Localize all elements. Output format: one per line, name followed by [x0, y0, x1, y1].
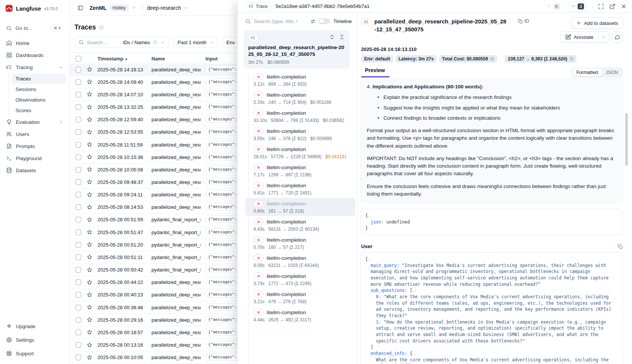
row-checkbox[interactable] — [76, 267, 81, 273]
column-header-name[interactable]: Name — [151, 56, 201, 62]
sidebar-item-evaluation[interactable]: Evaluation — [4, 116, 66, 128]
observation-item[interactable]: litellm-completion33.10s50634 → 799 (Σ 5… — [253, 110, 357, 123]
sidebar-item-users[interactable]: Users — [4, 128, 66, 140]
sidebar-item-playground[interactable]: Playground — [4, 152, 66, 164]
collapse-caret-icon[interactable]: ⌄ — [414, 288, 416, 292]
observation-item[interactable]: litellm-completion9.43s58131 → 2003 (Σ 6… — [253, 218, 357, 232]
row-checkbox[interactable] — [76, 79, 81, 85]
sidebar-item-support[interactable]: Support — [4, 347, 66, 360]
row-checkbox[interactable] — [76, 204, 81, 210]
search-scope-select[interactable]: IDs / Names — [123, 40, 150, 45]
row-checkbox[interactable] — [76, 330, 81, 335]
collapse-all-icon[interactable] — [339, 34, 345, 40]
row-checkbox[interactable] — [76, 279, 81, 285]
observation-item[interactable]: litellm-completion7.17s1299 → 897 (Σ 219… — [253, 164, 357, 177]
collapse-sidebar-icon[interactable] — [77, 5, 83, 11]
row-checkbox[interactable] — [76, 67, 81, 72]
sidebar-item-datasets[interactable]: Datasets — [4, 164, 66, 176]
chevron-up-icon — [547, 4, 552, 9]
row-checkbox[interactable] — [76, 217, 81, 222]
observation-item[interactable]: litellm-completion28.01s57729 → 1229 (Σ … — [253, 146, 357, 159]
sidebar-item-dashboards[interactable]: Dashboards — [4, 49, 66, 61]
row-checkbox[interactable] — [76, 192, 81, 197]
org-name[interactable]: ZenML — [90, 5, 107, 11]
cell-timestamp: 2025-05-28 11:51:59 — [97, 142, 147, 148]
select-all-checkbox[interactable] — [76, 56, 81, 62]
detail-scrollbar[interactable] — [625, 113, 628, 166]
annotate-button[interactable]: Annotate — [561, 32, 598, 42]
row-checkbox[interactable] — [76, 129, 81, 135]
row-checkbox[interactable] — [76, 317, 81, 323]
observation-item[interactable]: litellm-completion3.55s246 → 376 (Σ 622)… — [253, 128, 357, 141]
row-checkbox[interactable] — [76, 117, 81, 122]
row-checkbox[interactable] — [76, 230, 81, 235]
trace-detail-content: parallelized_deep_research_pipeline-2025… — [357, 13, 632, 364]
observation-item[interactable]: litellm-completion4.44s2625 → 492 (Σ 311… — [253, 309, 357, 322]
sidebar-item-observations[interactable]: Observations — [12, 95, 66, 105]
row-checkbox[interactable] — [76, 242, 81, 248]
row-checkbox[interactable] — [76, 167, 81, 173]
expand-all-icon[interactable] — [329, 34, 335, 40]
row-checkbox[interactable] — [76, 342, 81, 348]
row-checkbox[interactable] — [76, 179, 81, 185]
observation-tokens: 50634 → 799 (Σ 51433) — [271, 118, 319, 123]
generation-icon-badge — [253, 291, 264, 298]
row-checkbox[interactable] — [76, 104, 81, 110]
generation-icon — [257, 93, 261, 97]
sidebar-item-upgrade[interactable]: Upgrade — [4, 319, 66, 333]
trace-root-node[interactable]: parallelized_deep_research_pipeline-2025… — [244, 30, 349, 69]
sidebar-item-tracing[interactable]: Tracing — [4, 61, 66, 73]
close-panel-icon[interactable] — [621, 3, 627, 9]
format-json-option[interactable]: JSON — [602, 69, 622, 76]
format-formatted-option[interactable]: Formatted — [573, 69, 602, 76]
time-range-filter[interactable]: Past 1 month — [173, 37, 218, 48]
project-name[interactable]: deep-research — [147, 5, 181, 11]
goto-search[interactable]: Go to... ⌘ K — [4, 22, 66, 34]
row-checkbox[interactable] — [76, 292, 81, 298]
next-trace-button[interactable]: J — [568, 2, 587, 11]
org-chevron-down-icon[interactable] — [132, 6, 136, 10]
sidebar-item-scores[interactable]: Scores — [12, 105, 66, 116]
observation-item[interactable]: litellm-completion0.80s161 → 57 (Σ 218) — [253, 200, 357, 214]
project-chevron-down-icon[interactable] — [184, 6, 189, 10]
generation-icon-badge — [253, 164, 264, 171]
open-in-new-icon[interactable] — [609, 3, 615, 9]
collapse-caret-icon[interactable]: ⌄ — [369, 257, 371, 261]
sidebar-item-settings[interactable]: Settings — [4, 333, 66, 347]
comments-button[interactable] — [612, 31, 623, 43]
copy-icon[interactable] — [618, 244, 623, 249]
row-checkbox[interactable] — [76, 305, 81, 310]
annotate-dropdown[interactable] — [598, 32, 609, 42]
observation-item[interactable]: litellm-completion5.41s1771 → 720 (Σ 249… — [253, 182, 357, 196]
row-checkbox[interactable] — [76, 254, 81, 260]
expand-panel-icon[interactable] — [598, 3, 604, 9]
row-checkbox[interactable] — [76, 142, 81, 148]
observation-item[interactable]: litellm-completion0.70s160 → 57 (Σ 217) — [253, 236, 357, 250]
observation-item[interactable]: litellm-completion3.73s1772 → 473 (Σ 224… — [253, 273, 357, 286]
row-checkbox[interactable] — [76, 154, 81, 160]
observation-item[interactable]: litellm-completion8.09s63211 → 1033 (Σ 6… — [253, 254, 357, 268]
filter-settings-icon[interactable] — [310, 19, 316, 24]
row-checkbox[interactable] — [76, 355, 81, 360]
observation-item[interactable]: litellm-completion5.33s240 → 714 (Σ 954)… — [253, 91, 357, 105]
metric-badge-text: Latency: 3m 27s — [399, 56, 434, 62]
copy-id-button[interactable]: ID — [518, 19, 529, 24]
observation-item[interactable]: litellm-completion3.21s479 → 279 (Σ 758) — [253, 291, 357, 304]
row-checkbox[interactable] — [76, 92, 81, 97]
column-header-timestamp[interactable]: Timestamp▼ — [97, 56, 147, 62]
timeline-toggle[interactable] — [319, 18, 330, 24]
info-icon[interactable] — [99, 25, 104, 30]
collapse-caret-icon[interactable]: ⌄ — [369, 214, 371, 217]
sidebar-item-sessions[interactable]: Sessions — [12, 84, 66, 94]
sidebar-item-traces[interactable]: Traces — [12, 74, 66, 84]
observation-item[interactable]: litellm-completion3.12s669 → 264 (Σ 933) — [253, 73, 357, 87]
search-input[interactable]: Search... IDs / Names — [74, 37, 169, 48]
collapse-caret-icon[interactable]: ⌄ — [414, 352, 416, 355]
tab-preview[interactable]: Preview — [361, 67, 389, 77]
cell-name: parallelized_deep_resea... — [151, 192, 201, 197]
tree-search-input[interactable]: Search (type, title, i — [254, 19, 307, 24]
add-to-datasets-button[interactable]: Add to datasets — [571, 17, 623, 29]
sidebar-item-home[interactable]: Home — [4, 37, 66, 49]
sidebar-item-prompts[interactable]: Prompts — [4, 140, 66, 152]
previous-trace-button[interactable]: K — [544, 2, 562, 11]
